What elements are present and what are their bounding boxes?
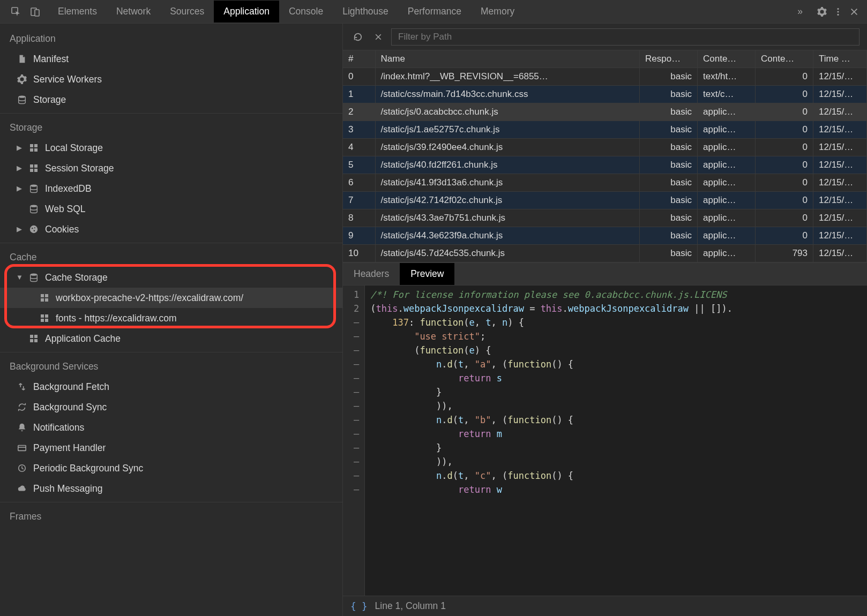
- table-cell: 0: [756, 227, 813, 245]
- sidebar-item-service-workers[interactable]: Service Workers: [0, 69, 342, 89]
- sidebar-item-background-sync[interactable]: Background Sync: [0, 397, 342, 417]
- table-row[interactable]: 1/static/css/main.7d14b3cc.chunk.cssbasi…: [343, 86, 867, 103]
- device-toolbar-icon[interactable]: [28, 4, 43, 19]
- table-cell: basic: [640, 245, 698, 262]
- table-cell: 6: [343, 174, 375, 192]
- sidebar-item-cache-entry[interactable]: fonts - https://excalidraw.com: [0, 308, 342, 328]
- panel-tabs: ElementsNetworkSourcesApplicationConsole…: [48, 1, 788, 22]
- sidebar-item-storage[interactable]: Storage: [0, 89, 342, 110]
- sidebar-item-notifications[interactable]: Notifications: [0, 417, 342, 438]
- sidebar-item-background-fetch[interactable]: Background Fetch: [0, 377, 342, 397]
- settings-icon[interactable]: [814, 4, 829, 19]
- refresh-icon[interactable]: [350, 29, 365, 44]
- svg-point-18: [32, 228, 33, 229]
- table-cell: 12/15/…: [813, 68, 867, 86]
- sidebar-item-cache-entry[interactable]: workbox-precache-v2-https://excalidraw.c…: [0, 288, 342, 308]
- tab-network[interactable]: Network: [107, 1, 160, 22]
- sidebar-item-label: Session Storage: [45, 160, 114, 176]
- sidebar-item-payment-handler[interactable]: Payment Handler: [0, 438, 342, 458]
- table-cell: 0: [756, 139, 813, 156]
- table-row[interactable]: 6/static/js/41.9f3d13a6.chunk.jsbasicapp…: [343, 174, 867, 192]
- svg-rect-7: [30, 144, 33, 147]
- grid-icon: [39, 294, 50, 302]
- table-cell: 12/15/…: [813, 103, 867, 121]
- sidebar-item-application-cache[interactable]: Application Cache: [0, 328, 342, 349]
- filter-input[interactable]: [391, 28, 859, 46]
- table-cell: text/c…: [698, 86, 756, 103]
- table-cell: 0: [756, 192, 813, 209]
- tab-console[interactable]: Console: [279, 1, 333, 22]
- db-icon: [28, 184, 40, 193]
- tab-performance[interactable]: Performance: [398, 1, 471, 22]
- sidebar-item-label: Background Sync: [33, 399, 107, 415]
- sidebar-item-local-storage[interactable]: ▶Local Storage: [0, 138, 342, 158]
- sidebar-item-label: Background Fetch: [33, 379, 109, 395]
- tabs-overflow[interactable]: »: [788, 1, 812, 22]
- table-row[interactable]: 9/static/js/44.3e623f9a.chunk.jsbasicapp…: [343, 227, 867, 245]
- table-cell: 0: [756, 68, 813, 86]
- table-header[interactable]: Conte…: [756, 50, 813, 68]
- table-row[interactable]: 7/static/js/42.7142f02c.chunk.jsbasicapp…: [343, 192, 867, 209]
- inspect-element-icon[interactable]: [9, 4, 24, 19]
- table-cell: 3: [343, 121, 375, 139]
- svg-rect-30: [30, 335, 33, 338]
- table-cell: /static/js/44.3e623f9a.chunk.js: [375, 227, 640, 245]
- tab-elements[interactable]: Elements: [48, 1, 107, 22]
- sidebar-item-cookies[interactable]: ▶Cookies: [0, 219, 342, 239]
- sidebar-item-label: Push Messaging: [33, 480, 102, 497]
- sidebar-item-session-storage[interactable]: ▶Session Storage: [0, 158, 342, 178]
- svg-rect-28: [41, 319, 44, 322]
- subtab-headers[interactable]: Headers: [343, 263, 400, 285]
- tab-sources[interactable]: Sources: [160, 1, 214, 22]
- table-cell: 12/15/…: [813, 139, 867, 156]
- subtab-preview[interactable]: Preview: [400, 263, 454, 285]
- sidebar-item-label: workbox-precache-v2-https://excalidraw.c…: [56, 290, 243, 306]
- table-row[interactable]: 8/static/js/43.3ae7b751.chunk.jsbasicapp…: [343, 209, 867, 227]
- svg-rect-9: [30, 148, 33, 152]
- sidebar-item-web-sql[interactable]: Web SQL: [0, 199, 342, 219]
- kebab-menu-icon[interactable]: [831, 4, 846, 19]
- table-header[interactable]: Time …: [813, 50, 867, 68]
- sidebar-item-push-messaging[interactable]: Push Messaging: [0, 478, 342, 499]
- gear-icon: [16, 74, 28, 84]
- tab-lighthouse[interactable]: Lighthouse: [333, 1, 398, 22]
- table-row[interactable]: 4/static/js/39.f2490ee4.chunk.jsbasicapp…: [343, 139, 867, 156]
- application-sidebar: Application ManifestService WorkersStora…: [0, 24, 343, 616]
- table-cell: /static/js/1.ae52757c.chunk.js: [375, 121, 640, 139]
- sidebar-item-label: Storage: [33, 92, 66, 108]
- table-header[interactable]: #: [343, 50, 375, 68]
- table-cell: applic…: [698, 121, 756, 139]
- table-header[interactable]: Respo…: [640, 50, 698, 68]
- table-cell: basic: [640, 209, 698, 227]
- sidebar-item-label: Notifications: [33, 419, 84, 435]
- sidebar-item-cache-storage[interactable]: ▼ Cache Storage: [0, 267, 342, 288]
- pretty-print-icon[interactable]: { }: [350, 601, 368, 612]
- table-header[interactable]: Conte…: [698, 50, 756, 68]
- table-cell: 0: [756, 86, 813, 103]
- sidebar-item-indexeddb[interactable]: ▶IndexedDB: [0, 178, 342, 199]
- sidebar-item-manifest[interactable]: Manifest: [0, 49, 342, 69]
- sidebar-item-label: Web SQL: [45, 201, 86, 217]
- table-row[interactable]: 0/index.html?__WB_REVISION__=6855…basict…: [343, 68, 867, 86]
- preview-subtabs: Headers Preview: [343, 263, 867, 286]
- table-row[interactable]: 2/static/js/0.acabcbcc.chunk.jsbasicappl…: [343, 103, 867, 121]
- table-cell: /static/css/main.7d14b3cc.chunk.css: [375, 86, 640, 103]
- tab-application[interactable]: Application: [214, 1, 279, 22]
- table-cell: /static/js/40.fd2ff261.chunk.js: [375, 156, 640, 174]
- table-header[interactable]: Name: [375, 50, 640, 68]
- tab-memory[interactable]: Memory: [471, 1, 524, 22]
- table-cell: 0: [756, 121, 813, 139]
- grid-icon: [28, 334, 40, 343]
- close-icon[interactable]: [847, 4, 862, 19]
- table-row[interactable]: 3/static/js/1.ae52757c.chunk.jsbasicappl…: [343, 121, 867, 139]
- table-cell: 12/15/…: [813, 86, 867, 103]
- section-header-bg-services: Background Services: [0, 356, 342, 377]
- clear-icon[interactable]: [371, 29, 386, 44]
- sidebar-item-periodic-background-sync[interactable]: Periodic Background Sync: [0, 458, 342, 478]
- table-row[interactable]: 5/static/js/40.fd2ff261.chunk.jsbasicapp…: [343, 156, 867, 174]
- svg-point-4: [837, 11, 839, 12]
- svg-rect-31: [34, 335, 38, 338]
- svg-rect-2: [35, 10, 39, 16]
- table-row[interactable]: 10/static/js/45.7d24c535.chunk.jsbasicap…: [343, 245, 867, 262]
- table-cell: 9: [343, 227, 375, 245]
